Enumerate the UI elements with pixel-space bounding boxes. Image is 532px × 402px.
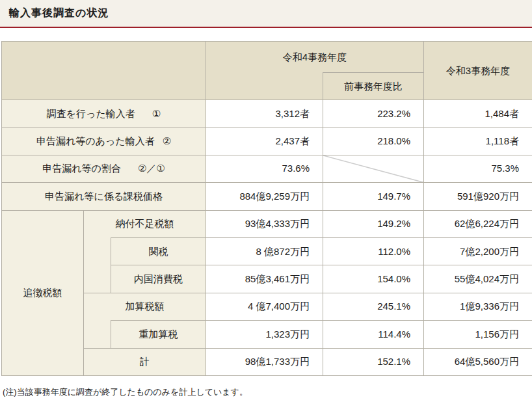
page-title: 輸入事後調査の状況 bbox=[0, 7, 109, 20]
value-cell: 1,484者 bbox=[423, 100, 532, 127]
ratio-cell-blank bbox=[323, 155, 423, 182]
ratio-cell: 223.2% bbox=[323, 100, 423, 127]
value-cell: 55億4,024万円 bbox=[423, 265, 532, 292]
row-label-text: 調査を行った輸入者 bbox=[47, 108, 135, 120]
ratio-cell: 152.1% bbox=[323, 348, 423, 375]
ratio-cell: 149.2% bbox=[323, 210, 423, 237]
sub-label-total: 計 bbox=[83, 348, 206, 375]
value-cell: 73.6% bbox=[206, 155, 323, 182]
row-label-omission-ratio: 申告漏れ等の割合 ②／① bbox=[2, 155, 206, 182]
ratio-formula-mark: ②／① bbox=[138, 163, 165, 174]
value-cell: 4 億7,400万円 bbox=[206, 293, 323, 320]
footnote: (注)当該事務年度に調査が終了したもののみを計上しています。 bbox=[3, 386, 248, 398]
row-label-surveyed-importers: 調査を行った輸入者 ① bbox=[2, 100, 206, 127]
sub-label-domestic-consumption-tax: 内国消費税 bbox=[111, 265, 206, 292]
group-label-additional-tax: 追徴税額 bbox=[2, 210, 83, 375]
value-cell: 3,312者 bbox=[206, 100, 323, 127]
value-cell: 1,156万円 bbox=[423, 320, 532, 347]
value-cell: 62億6,224万円 bbox=[423, 210, 532, 237]
diagonal-line bbox=[323, 155, 423, 182]
value-cell: 75.3% bbox=[423, 155, 532, 182]
sub-label-penalty-tax: 加算税額 bbox=[83, 293, 206, 320]
row-label-taxable-value: 申告漏れ等に係る課税価格 bbox=[2, 182, 206, 209]
value-cell: 591億920万円 bbox=[423, 182, 532, 209]
ratio-cell: 154.0% bbox=[323, 265, 423, 292]
value-cell: 64億5,560万円 bbox=[423, 348, 532, 375]
header-reiwa4-value-subcell bbox=[206, 72, 323, 100]
page: { "page": { "title": "輸入事後調査の状況", "note"… bbox=[0, 0, 532, 402]
indent-spacer-cell bbox=[83, 237, 111, 293]
value-cell: 1,323万円 bbox=[206, 320, 323, 347]
value-cell: 8 億872万円 bbox=[206, 237, 323, 265]
page-title-bar: 輸入事後調査の状況 bbox=[0, 0, 532, 28]
value-cell: 884億9,259万円 bbox=[206, 182, 323, 209]
sub-label-underpaid-tax: 納付不足税額 bbox=[83, 210, 206, 237]
value-cell: 2,437者 bbox=[206, 127, 323, 154]
row-label-text: 申告漏れ等に係る課税価格 bbox=[45, 191, 163, 202]
row-label-text: 申告漏れ等のあった輸入者 bbox=[36, 135, 155, 147]
import-audit-table: 令和4事務年度 令和3事務年度 前事務年度比 調査を行った輸入者 ① 3,312… bbox=[1, 41, 532, 376]
value-cell: 7億2,200万円 bbox=[423, 237, 532, 265]
ratio-cell: 245.1% bbox=[323, 293, 423, 320]
value-cell: 85億3,461万円 bbox=[206, 265, 323, 292]
circled-2-mark: ② bbox=[163, 135, 171, 147]
sub-label-customs-duty: 関税 bbox=[111, 237, 206, 265]
header-reiwa4: 令和4事務年度 bbox=[206, 42, 423, 72]
circled-1-mark: ① bbox=[152, 108, 161, 120]
value-cell: 1,118者 bbox=[423, 127, 532, 154]
value-cell: 98億1,733万円 bbox=[206, 348, 323, 375]
value-cell: 93億4,333万円 bbox=[206, 210, 323, 237]
ratio-cell: 112.0% bbox=[323, 237, 423, 265]
row-label-text: 申告漏れ等の割合 bbox=[42, 163, 121, 174]
ratio-cell: 149.7% bbox=[323, 182, 423, 209]
header-reiwa3: 令和3事務年度 bbox=[423, 42, 532, 100]
header-corner-cell bbox=[2, 42, 206, 100]
value-cell: 1億9,336万円 bbox=[423, 293, 532, 320]
header-hikaku: 前事務年度比 bbox=[323, 72, 423, 100]
sub-label-heavy-penalty-tax: 重加算税 bbox=[111, 320, 206, 347]
indent-spacer-cell bbox=[83, 320, 111, 347]
ratio-cell: 114.4% bbox=[323, 320, 423, 347]
ratio-cell: 218.0% bbox=[323, 127, 423, 154]
row-label-importers-with-omissions: 申告漏れ等のあった輸入者 ② bbox=[2, 127, 206, 154]
